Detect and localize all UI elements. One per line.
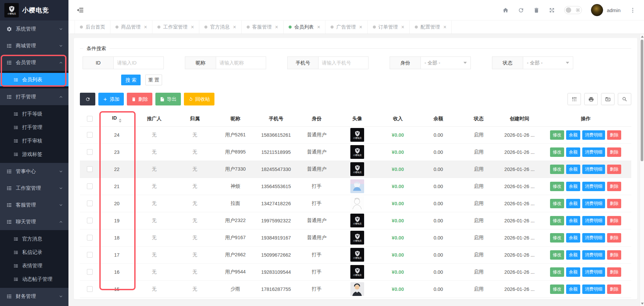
tab-studio[interactable]: 工作室管理 xyxy=(152,20,199,34)
tab-close-icon[interactable] xyxy=(275,25,278,30)
row-checkbox[interactable] xyxy=(87,269,93,275)
row-checkbox[interactable] xyxy=(87,218,93,223)
select-all-checkbox[interactable] xyxy=(87,116,93,122)
action-consumption-detail-button[interactable]: 消费明细 xyxy=(582,267,605,277)
fullscreen-icon[interactable] xyxy=(549,7,555,13)
row-checkbox[interactable] xyxy=(87,132,93,138)
action-consumption-detail-button[interactable]: 消费明细 xyxy=(582,250,605,260)
action-balance-button[interactable]: 余额 xyxy=(566,233,580,243)
sidebar-item-studio[interactable]: 工作室管理 xyxy=(0,180,68,196)
action-balance-button[interactable]: 余额 xyxy=(566,147,580,157)
action-edit-button[interactable]: 修改 xyxy=(550,285,564,294)
scrollbar-down-arrow[interactable] xyxy=(641,303,644,305)
action-balance-button[interactable]: 余额 xyxy=(566,285,580,294)
action-delete-button[interactable]: 删除 xyxy=(607,199,621,208)
row-checkbox[interactable] xyxy=(87,201,93,206)
phone-input[interactable] xyxy=(318,56,368,69)
action-consumption-detail-button[interactable]: 消费明细 xyxy=(582,130,605,140)
tab-home[interactable]: 后台首页 xyxy=(75,20,110,34)
scrollbar-thumb[interactable] xyxy=(641,40,643,161)
sidebar-subitem-booster-audit[interactable]: 打手审核 xyxy=(0,134,68,147)
tab-close-icon[interactable] xyxy=(359,25,362,30)
action-consumption-detail-button[interactable]: 消费明细 xyxy=(582,182,605,191)
export-button[interactable]: 导出 xyxy=(155,93,181,105)
recycle-button[interactable]: 回收站 xyxy=(184,93,214,105)
kebab-menu-icon[interactable] xyxy=(630,7,636,13)
row-checkbox[interactable] xyxy=(87,252,93,258)
action-balance-button[interactable]: 余额 xyxy=(566,182,580,191)
sidebar-subitem-game-tags[interactable]: 游戏标签 xyxy=(0,147,68,161)
sort-icon[interactable] xyxy=(119,119,121,123)
row-checkbox[interactable] xyxy=(87,286,93,292)
tab-service[interactable]: 客服管理 xyxy=(242,20,284,34)
tab-ads[interactable]: 广告管理 xyxy=(326,20,367,34)
nickname-input[interactable] xyxy=(216,56,266,69)
sidebar-subitem-private-message[interactable]: 私信记录 xyxy=(0,246,68,259)
search-toggle-button[interactable] xyxy=(618,93,631,105)
sidebar-subitem-official-message[interactable]: 官方消息 xyxy=(0,232,68,246)
print-button[interactable] xyxy=(584,93,598,105)
action-balance-button[interactable]: 余额 xyxy=(566,250,580,260)
tab-close-icon[interactable] xyxy=(401,25,404,30)
sidebar-subitem-booster-level[interactable]: 打手等级 xyxy=(0,107,68,121)
add-button[interactable]: 添加 xyxy=(98,93,124,105)
action-edit-button[interactable]: 修改 xyxy=(550,250,564,260)
tab-close-icon[interactable] xyxy=(144,25,147,30)
sidebar-item-steward[interactable]: 管事中心 xyxy=(0,163,68,180)
action-consumption-detail-button[interactable]: 消费明细 xyxy=(582,233,605,243)
action-delete-button[interactable]: 删除 xyxy=(607,182,621,191)
action-consumption-detail-button[interactable]: 消费明细 xyxy=(582,165,605,174)
tab-orders[interactable]: 订单管理 xyxy=(368,20,410,34)
action-delete-button[interactable]: 删除 xyxy=(607,285,621,294)
reset-button[interactable]: 重 置 xyxy=(145,75,162,85)
tab-close-icon[interactable] xyxy=(233,25,236,30)
theme-toggle[interactable] xyxy=(564,6,582,14)
export-file-button[interactable] xyxy=(601,93,614,105)
action-delete-button[interactable]: 删除 xyxy=(607,250,621,260)
refresh-icon[interactable] xyxy=(518,7,524,13)
identity-select[interactable]: - 全部 - xyxy=(420,56,471,69)
action-delete-button[interactable]: 删除 xyxy=(607,165,621,174)
action-consumption-detail-button[interactable]: 消费明细 xyxy=(582,147,605,157)
action-balance-button[interactable]: 余额 xyxy=(566,267,580,277)
action-delete-button[interactable]: 删除 xyxy=(607,147,621,157)
sidebar-subitem-emoji-manage[interactable]: 表情管理 xyxy=(0,259,68,272)
row-checkbox[interactable] xyxy=(87,235,93,241)
action-edit-button[interactable]: 修改 xyxy=(550,182,564,191)
sidebar-subitem-member-list[interactable]: 会员列表 xyxy=(0,73,68,86)
action-balance-button[interactable]: 余额 xyxy=(566,130,580,140)
action-consumption-detail-button[interactable]: 消费明细 xyxy=(582,216,605,225)
tab-official-message[interactable]: 官方消息 xyxy=(199,20,241,34)
tab-config[interactable]: 配置管理 xyxy=(410,20,452,34)
action-balance-button[interactable]: 余额 xyxy=(566,216,580,225)
action-delete-button[interactable]: 删除 xyxy=(607,233,621,243)
row-checkbox[interactable] xyxy=(87,183,93,189)
action-consumption-detail-button[interactable]: 消费明细 xyxy=(582,199,605,208)
sidebar-subitem-booster-manage[interactable]: 打手管理 xyxy=(0,121,68,134)
tab-goods[interactable]: 商品管理 xyxy=(110,20,152,34)
refresh-button[interactable] xyxy=(80,93,95,105)
action-delete-button[interactable]: 删除 xyxy=(607,267,621,277)
action-edit-button[interactable]: 修改 xyxy=(550,233,564,243)
action-consumption-detail-button[interactable]: 消费明细 xyxy=(582,285,605,294)
search-button[interactable]: 搜 索 xyxy=(121,75,141,85)
sidebar-item-system[interactable]: 系统管理 xyxy=(0,20,68,37)
page-scrollbar[interactable] xyxy=(640,34,644,306)
action-edit-button[interactable]: 修改 xyxy=(550,147,564,157)
sidebar-item-chat[interactable]: 聊天管理 xyxy=(0,213,68,230)
status-select[interactable]: - 全部 - xyxy=(523,56,573,69)
tab-close-icon[interactable] xyxy=(443,25,446,30)
sidebar-item-member[interactable]: 会员管理 xyxy=(0,54,68,71)
action-balance-button[interactable]: 余额 xyxy=(566,199,580,208)
toggle-columns-button[interactable] xyxy=(567,93,581,105)
sidebar-item-service[interactable]: 客服管理 xyxy=(0,196,68,213)
sidebar-collapse-icon[interactable] xyxy=(77,6,84,14)
row-checkbox[interactable] xyxy=(87,149,93,155)
action-edit-button[interactable]: 修改 xyxy=(550,267,564,277)
tab-close-icon[interactable] xyxy=(191,25,194,30)
sidebar-item-finance[interactable]: 财务管理 xyxy=(0,288,68,305)
id-input[interactable] xyxy=(113,56,164,69)
tab-close-icon[interactable] xyxy=(317,25,320,30)
row-checkbox[interactable] xyxy=(87,166,93,172)
user-menu[interactable]: admin xyxy=(591,4,621,16)
